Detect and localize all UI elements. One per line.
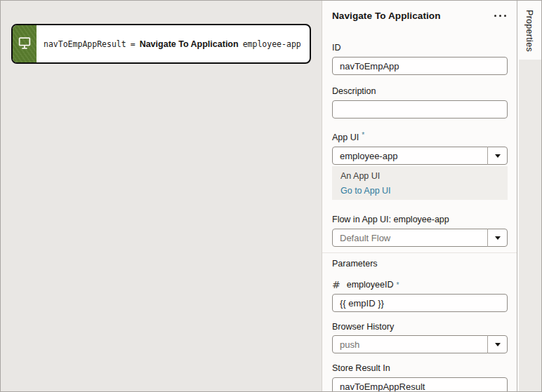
flow-canvas[interactable]: navToEmpAppResult = Navigate To Applicat…	[1, 1, 322, 391]
node-action-label: Navigate To Application	[140, 39, 239, 49]
browser-history-input[interactable]	[332, 335, 508, 353]
required-asterisk: *	[396, 281, 399, 289]
app-ui-dropdown-button[interactable]	[487, 147, 508, 165]
tab-rail-background	[519, 60, 541, 391]
browser-history-dropdown-button[interactable]	[487, 335, 508, 353]
employeeid-value-input[interactable]	[332, 294, 508, 312]
flow-input[interactable]	[332, 229, 508, 247]
tab-properties-label: Properties	[524, 10, 534, 60]
app-ui-combobox	[332, 147, 508, 165]
required-asterisk: *	[362, 131, 364, 139]
description-label: Description	[332, 86, 508, 97]
node-icon-area	[13, 25, 37, 62]
chevron-down-icon	[495, 236, 501, 240]
ellipsis-dot	[494, 15, 496, 17]
chevron-down-icon	[495, 343, 501, 346]
app-ui-input[interactable]	[332, 147, 508, 165]
more-actions-menu-button[interactable]	[493, 12, 508, 20]
id-input[interactable]	[332, 57, 508, 75]
number-sign-icon: #	[332, 279, 341, 290]
description-input[interactable]	[332, 100, 508, 119]
app-ui-hint-text: An App UI	[341, 170, 508, 183]
tab-properties[interactable]: Properties	[517, 1, 541, 60]
store-result-label: Store Result In	[332, 363, 508, 374]
ellipsis-dot	[499, 15, 501, 17]
flow-label: Flow in App UI: employee-app	[332, 215, 508, 225]
parameters-section-divider	[322, 252, 518, 253]
chevron-down-icon	[495, 154, 501, 158]
node-result-variable: navToEmpAppResult	[44, 39, 126, 49]
right-tab-rail: Properties	[517, 1, 541, 391]
app-ui-label: App UI*	[332, 130, 508, 143]
monitor-icon	[17, 35, 32, 53]
parameters-section-label: Parameters	[332, 259, 508, 269]
action-chain-editor-window: navToEmpAppResult = Navigate To Applicat…	[0, 0, 542, 392]
parameter-name: employeeID	[347, 280, 394, 290]
browser-history-combobox	[332, 335, 508, 353]
node-target-app: employee-app	[243, 39, 301, 49]
id-label: ID	[332, 43, 508, 53]
navigate-to-application-node[interactable]: navToEmpAppResult = Navigate To Applicat…	[11, 24, 311, 64]
properties-panel: Navigate To Application ID Description A…	[322, 1, 518, 391]
node-equals-sign: =	[131, 39, 136, 49]
store-result-input[interactable]	[332, 377, 508, 392]
parameter-row-employeeid: # employeeID *	[332, 279, 508, 290]
panel-title: Navigate To Application	[332, 11, 441, 21]
flow-combobox	[332, 229, 508, 247]
flow-dropdown-button[interactable]	[487, 229, 508, 247]
node-summary-text: navToEmpAppResult = Navigate To Applicat…	[37, 25, 310, 62]
go-to-app-ui-link[interactable]: Go to App UI	[341, 184, 391, 198]
browser-history-label: Browser History	[332, 322, 508, 332]
app-ui-hint-box: An App UI Go to App UI	[332, 166, 508, 200]
panel-header: Navigate To Application	[332, 9, 508, 22]
ellipsis-dot	[504, 15, 506, 17]
